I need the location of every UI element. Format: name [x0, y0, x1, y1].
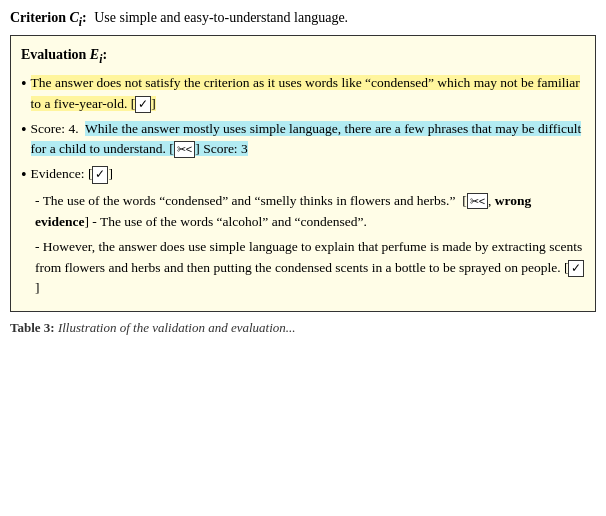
checkmark-icon-2: ✓: [92, 166, 108, 184]
bullet-dot-1: •: [21, 73, 27, 95]
bullet2-highlight: While the answer mostly uses simple lang…: [31, 121, 582, 157]
evaluation-header: Evaluation Ei:: [21, 44, 585, 69]
scissors-icon-1: ✂<: [174, 141, 195, 157]
bullet-text-1: The answer does not satisfy the criterio…: [31, 73, 585, 115]
bold-wrong-evidence: wrong evidence: [35, 193, 531, 229]
bullet-text-3: Evidence: [✓]: [31, 164, 113, 185]
scissors-icon-2: ✂<: [467, 193, 488, 209]
bullet-text-2: Score: 4. While the answer mostly uses s…: [31, 119, 585, 161]
bullet1-highlight: The answer does not satisfy the criterio…: [31, 75, 580, 111]
indent-item-2: - However, the answer does use simple la…: [21, 237, 585, 300]
evaluation-box: Evaluation Ei: • The answer does not sat…: [10, 35, 596, 313]
checkmark-icon-3: ✓: [568, 260, 584, 278]
bullet-item-2: • Score: 4. While the answer mostly uses…: [21, 119, 585, 161]
bullet-dot-3: •: [21, 164, 27, 186]
criterion-text: Use simple and easy-to-understand langua…: [91, 10, 348, 26]
figure-caption: Table 3: Illustration of the validation …: [10, 320, 596, 336]
indent-item-1: - The use of the words “condensed” and “…: [21, 191, 585, 233]
bullet-item-1: • The answer does not satisfy the criter…: [21, 73, 585, 115]
caption-label: Table 3:: [10, 320, 55, 335]
bullet-item-3: • Evidence: [✓]: [21, 164, 585, 186]
bullet-dot-2: •: [21, 119, 27, 141]
checkmark-icon-1: ✓: [135, 96, 151, 114]
criterion-row: Criterion Ci: Use simple and easy-to-und…: [10, 10, 596, 29]
criterion-label: Criterion Ci:: [10, 10, 87, 29]
caption-text: Illustration of the validation and evalu…: [58, 320, 296, 335]
